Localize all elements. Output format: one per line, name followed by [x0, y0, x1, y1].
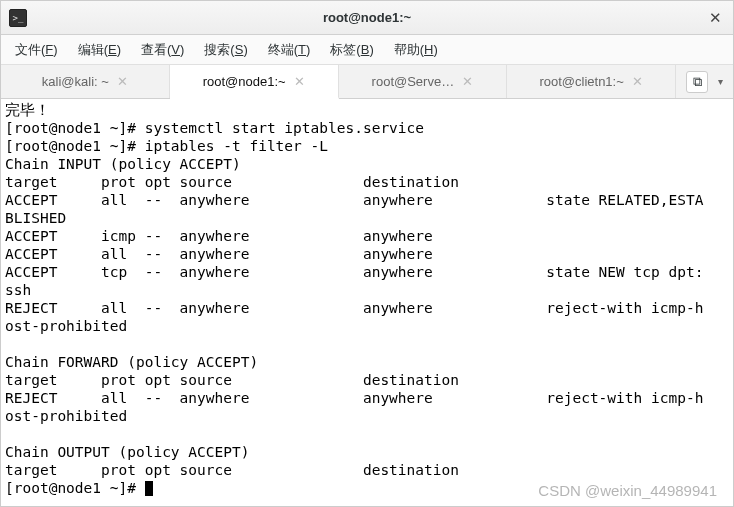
- menu-h[interactable]: 帮助(H): [386, 37, 446, 63]
- new-tab-button[interactable]: ⧉: [686, 71, 708, 93]
- terminal-cursor: [145, 481, 153, 496]
- menu-label: 搜索(S): [204, 42, 247, 57]
- tab-label: root@Serve…: [372, 74, 455, 89]
- menu-label: 标签(B): [330, 42, 373, 57]
- menu-label: 编辑(E): [78, 42, 121, 57]
- menubar: 文件(F)编辑(E)查看(V)搜索(S)终端(T)标签(B)帮助(H): [1, 35, 733, 65]
- tabbar-right-controls: ⧉ ▾: [676, 65, 733, 98]
- menu-label: 终端(T): [268, 42, 311, 57]
- tab[interactable]: root@node1:~✕: [170, 65, 339, 99]
- menu-e[interactable]: 编辑(E): [70, 37, 129, 63]
- menu-label: 文件(F): [15, 42, 58, 57]
- window-title: root@node1:~: [1, 10, 733, 25]
- menu-t[interactable]: 终端(T): [260, 37, 319, 63]
- window-close-button[interactable]: ✕: [705, 8, 725, 28]
- close-icon: ✕: [709, 9, 722, 27]
- tab-close-icon[interactable]: ✕: [117, 74, 128, 89]
- tab-close-icon[interactable]: ✕: [294, 74, 305, 89]
- watermark: CSDN @weixin_44989941: [538, 482, 717, 500]
- terminal-app-icon: >_: [9, 9, 27, 27]
- menu-label: 帮助(H): [394, 42, 438, 57]
- menu-v[interactable]: 查看(V): [133, 37, 192, 63]
- menu-s[interactable]: 搜索(S): [196, 37, 255, 63]
- tab-label: kali@kali: ~: [42, 74, 109, 89]
- window-titlebar: >_ root@node1:~ ✕: [1, 1, 733, 35]
- new-tab-icon: ⧉: [693, 74, 702, 90]
- tab[interactable]: root@clietn1:~✕: [507, 65, 676, 98]
- menu-b[interactable]: 标签(B): [322, 37, 381, 63]
- tab-label: root@node1:~: [203, 74, 286, 89]
- tab-label: root@clietn1:~: [539, 74, 623, 89]
- menu-label: 查看(V): [141, 42, 184, 57]
- tab[interactable]: root@Serve…✕: [339, 65, 508, 98]
- terminal-output[interactable]: 完毕！ [root@node1 ~]# systemctl start ipta…: [1, 99, 733, 506]
- menu-f[interactable]: 文件(F): [7, 37, 66, 63]
- chevron-down-icon: ▾: [718, 76, 723, 87]
- tabbar: kali@kali: ~✕root@node1:~✕root@Serve…✕ro…: [1, 65, 733, 99]
- tab-overflow-menu[interactable]: ▾: [718, 76, 723, 87]
- tab-close-icon[interactable]: ✕: [462, 74, 473, 89]
- tab-close-icon[interactable]: ✕: [632, 74, 643, 89]
- tab[interactable]: kali@kali: ~✕: [1, 65, 170, 98]
